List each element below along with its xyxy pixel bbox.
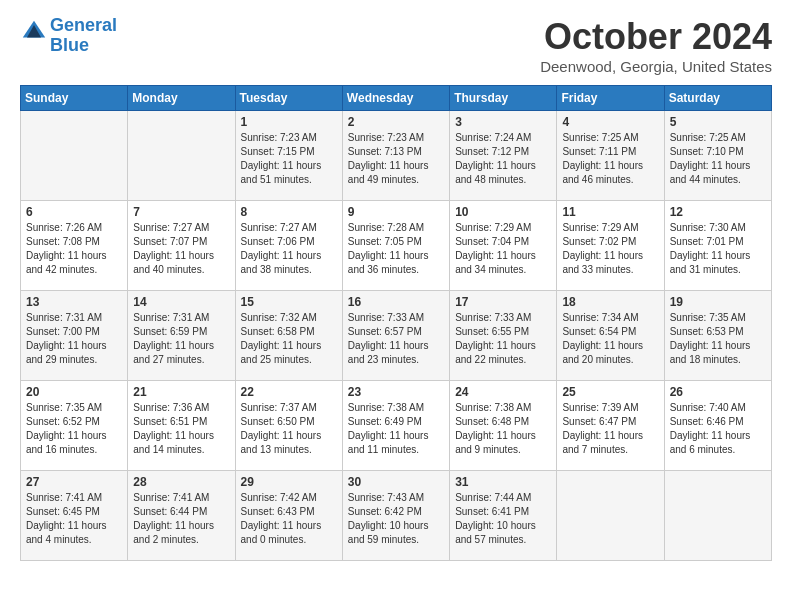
calendar-cell-1-3: 1Sunrise: 7:23 AM Sunset: 7:15 PM Daylig… <box>235 111 342 201</box>
day-info: Sunrise: 7:35 AM Sunset: 6:53 PM Dayligh… <box>670 311 766 367</box>
day-number: 28 <box>133 475 229 489</box>
day-info: Sunrise: 7:27 AM Sunset: 7:06 PM Dayligh… <box>241 221 337 277</box>
day-info: Sunrise: 7:31 AM Sunset: 7:00 PM Dayligh… <box>26 311 122 367</box>
calendar-cell-4-7: 26Sunrise: 7:40 AM Sunset: 6:46 PM Dayli… <box>664 381 771 471</box>
calendar-cell-1-2 <box>128 111 235 201</box>
day-number: 8 <box>241 205 337 219</box>
calendar-cell-5-1: 27Sunrise: 7:41 AM Sunset: 6:45 PM Dayli… <box>21 471 128 561</box>
day-number: 31 <box>455 475 551 489</box>
day-number: 15 <box>241 295 337 309</box>
title-block: October 2024 Deenwood, Georgia, United S… <box>540 16 772 75</box>
day-number: 17 <box>455 295 551 309</box>
day-number: 25 <box>562 385 658 399</box>
day-number: 26 <box>670 385 766 399</box>
day-number: 4 <box>562 115 658 129</box>
day-info: Sunrise: 7:27 AM Sunset: 7:07 PM Dayligh… <box>133 221 229 277</box>
calendar-cell-3-6: 18Sunrise: 7:34 AM Sunset: 6:54 PM Dayli… <box>557 291 664 381</box>
day-info: Sunrise: 7:37 AM Sunset: 6:50 PM Dayligh… <box>241 401 337 457</box>
calendar-cell-2-4: 9Sunrise: 7:28 AM Sunset: 7:05 PM Daylig… <box>342 201 449 291</box>
day-number: 2 <box>348 115 444 129</box>
day-info: Sunrise: 7:44 AM Sunset: 6:41 PM Dayligh… <box>455 491 551 547</box>
day-info: Sunrise: 7:28 AM Sunset: 7:05 PM Dayligh… <box>348 221 444 277</box>
day-number: 12 <box>670 205 766 219</box>
calendar-cell-3-3: 15Sunrise: 7:32 AM Sunset: 6:58 PM Dayli… <box>235 291 342 381</box>
calendar-week-1: 1Sunrise: 7:23 AM Sunset: 7:15 PM Daylig… <box>21 111 772 201</box>
day-number: 11 <box>562 205 658 219</box>
calendar-cell-3-5: 17Sunrise: 7:33 AM Sunset: 6:55 PM Dayli… <box>450 291 557 381</box>
location-title: Deenwood, Georgia, United States <box>540 58 772 75</box>
day-info: Sunrise: 7:30 AM Sunset: 7:01 PM Dayligh… <box>670 221 766 277</box>
calendar-cell-2-2: 7Sunrise: 7:27 AM Sunset: 7:07 PM Daylig… <box>128 201 235 291</box>
calendar-cell-1-4: 2Sunrise: 7:23 AM Sunset: 7:13 PM Daylig… <box>342 111 449 201</box>
day-info: Sunrise: 7:34 AM Sunset: 6:54 PM Dayligh… <box>562 311 658 367</box>
calendar-cell-5-5: 31Sunrise: 7:44 AM Sunset: 6:41 PM Dayli… <box>450 471 557 561</box>
day-info: Sunrise: 7:31 AM Sunset: 6:59 PM Dayligh… <box>133 311 229 367</box>
day-number: 5 <box>670 115 766 129</box>
day-info: Sunrise: 7:26 AM Sunset: 7:08 PM Dayligh… <box>26 221 122 277</box>
day-number: 1 <box>241 115 337 129</box>
day-number: 16 <box>348 295 444 309</box>
calendar-cell-3-2: 14Sunrise: 7:31 AM Sunset: 6:59 PM Dayli… <box>128 291 235 381</box>
calendar-week-4: 20Sunrise: 7:35 AM Sunset: 6:52 PM Dayli… <box>21 381 772 471</box>
day-info: Sunrise: 7:24 AM Sunset: 7:12 PM Dayligh… <box>455 131 551 187</box>
calendar-cell-5-2: 28Sunrise: 7:41 AM Sunset: 6:44 PM Dayli… <box>128 471 235 561</box>
calendar-cell-1-6: 4Sunrise: 7:25 AM Sunset: 7:11 PM Daylig… <box>557 111 664 201</box>
calendar-cell-5-7 <box>664 471 771 561</box>
calendar-cell-4-1: 20Sunrise: 7:35 AM Sunset: 6:52 PM Dayli… <box>21 381 128 471</box>
day-info: Sunrise: 7:25 AM Sunset: 7:11 PM Dayligh… <box>562 131 658 187</box>
calendar-cell-2-7: 12Sunrise: 7:30 AM Sunset: 7:01 PM Dayli… <box>664 201 771 291</box>
day-info: Sunrise: 7:35 AM Sunset: 6:52 PM Dayligh… <box>26 401 122 457</box>
day-number: 21 <box>133 385 229 399</box>
day-number: 23 <box>348 385 444 399</box>
day-info: Sunrise: 7:29 AM Sunset: 7:02 PM Dayligh… <box>562 221 658 277</box>
calendar-cell-5-3: 29Sunrise: 7:42 AM Sunset: 6:43 PM Dayli… <box>235 471 342 561</box>
calendar-cell-4-6: 25Sunrise: 7:39 AM Sunset: 6:47 PM Dayli… <box>557 381 664 471</box>
calendar-cell-2-5: 10Sunrise: 7:29 AM Sunset: 7:04 PM Dayli… <box>450 201 557 291</box>
calendar-cell-3-4: 16Sunrise: 7:33 AM Sunset: 6:57 PM Dayli… <box>342 291 449 381</box>
day-number: 3 <box>455 115 551 129</box>
day-number: 29 <box>241 475 337 489</box>
calendar-body: 1Sunrise: 7:23 AM Sunset: 7:15 PM Daylig… <box>21 111 772 561</box>
calendar-header: Sunday Monday Tuesday Wednesday Thursday… <box>21 86 772 111</box>
day-number: 18 <box>562 295 658 309</box>
calendar-cell-3-1: 13Sunrise: 7:31 AM Sunset: 7:00 PM Dayli… <box>21 291 128 381</box>
calendar-cell-1-7: 5Sunrise: 7:25 AM Sunset: 7:10 PM Daylig… <box>664 111 771 201</box>
day-number: 9 <box>348 205 444 219</box>
day-number: 20 <box>26 385 122 399</box>
day-info: Sunrise: 7:39 AM Sunset: 6:47 PM Dayligh… <box>562 401 658 457</box>
header-monday: Monday <box>128 86 235 111</box>
day-info: Sunrise: 7:38 AM Sunset: 6:49 PM Dayligh… <box>348 401 444 457</box>
calendar-week-2: 6Sunrise: 7:26 AM Sunset: 7:08 PM Daylig… <box>21 201 772 291</box>
calendar-cell-4-3: 22Sunrise: 7:37 AM Sunset: 6:50 PM Dayli… <box>235 381 342 471</box>
header-sunday: Sunday <box>21 86 128 111</box>
day-info: Sunrise: 7:41 AM Sunset: 6:44 PM Dayligh… <box>133 491 229 547</box>
header-friday: Friday <box>557 86 664 111</box>
day-info: Sunrise: 7:38 AM Sunset: 6:48 PM Dayligh… <box>455 401 551 457</box>
header-thursday: Thursday <box>450 86 557 111</box>
logo: General Blue <box>20 16 117 56</box>
day-info: Sunrise: 7:32 AM Sunset: 6:58 PM Dayligh… <box>241 311 337 367</box>
calendar-week-3: 13Sunrise: 7:31 AM Sunset: 7:00 PM Dayli… <box>21 291 772 381</box>
calendar-cell-4-2: 21Sunrise: 7:36 AM Sunset: 6:51 PM Dayli… <box>128 381 235 471</box>
header-wednesday: Wednesday <box>342 86 449 111</box>
calendar-cell-4-5: 24Sunrise: 7:38 AM Sunset: 6:48 PM Dayli… <box>450 381 557 471</box>
page-header: General Blue October 2024 Deenwood, Geor… <box>20 16 772 75</box>
calendar-table: Sunday Monday Tuesday Wednesday Thursday… <box>20 85 772 561</box>
day-info: Sunrise: 7:23 AM Sunset: 7:13 PM Dayligh… <box>348 131 444 187</box>
day-number: 27 <box>26 475 122 489</box>
day-info: Sunrise: 7:41 AM Sunset: 6:45 PM Dayligh… <box>26 491 122 547</box>
day-number: 10 <box>455 205 551 219</box>
calendar-cell-5-6 <box>557 471 664 561</box>
day-number: 14 <box>133 295 229 309</box>
calendar-week-5: 27Sunrise: 7:41 AM Sunset: 6:45 PM Dayli… <box>21 471 772 561</box>
day-number: 22 <box>241 385 337 399</box>
day-info: Sunrise: 7:36 AM Sunset: 6:51 PM Dayligh… <box>133 401 229 457</box>
day-info: Sunrise: 7:43 AM Sunset: 6:42 PM Dayligh… <box>348 491 444 547</box>
day-number: 13 <box>26 295 122 309</box>
calendar-cell-5-4: 30Sunrise: 7:43 AM Sunset: 6:42 PM Dayli… <box>342 471 449 561</box>
calendar-cell-2-6: 11Sunrise: 7:29 AM Sunset: 7:02 PM Dayli… <box>557 201 664 291</box>
calendar-cell-2-3: 8Sunrise: 7:27 AM Sunset: 7:06 PM Daylig… <box>235 201 342 291</box>
calendar-cell-4-4: 23Sunrise: 7:38 AM Sunset: 6:49 PM Dayli… <box>342 381 449 471</box>
day-info: Sunrise: 7:33 AM Sunset: 6:55 PM Dayligh… <box>455 311 551 367</box>
day-number: 30 <box>348 475 444 489</box>
